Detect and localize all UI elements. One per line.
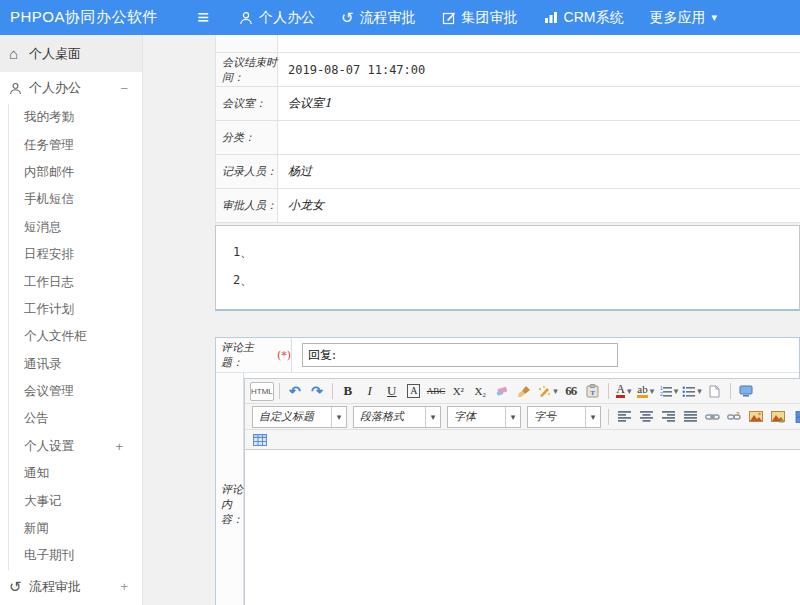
sidebar-item-personal-desktop[interactable]: ⌂ 个人桌面 — [0, 35, 142, 72]
custom-heading-dropdown[interactable]: 自定义标题 ▾ — [252, 406, 347, 428]
comment-content-label: 评论内容： — [216, 373, 244, 605]
sidebar-item-meeting-management[interactable]: 会议管理 — [9, 378, 142, 405]
home-icon: ⌂ — [9, 45, 29, 62]
dropdown-value: 自定义标题 — [253, 409, 331, 424]
redo-icon[interactable]: ↷ — [307, 382, 327, 401]
sidebar-item-label: 大事记 — [24, 493, 62, 510]
new-page-icon[interactable] — [705, 382, 725, 401]
sidebar-item-workflow-approval[interactable]: ↺ 流程审批 + — [0, 572, 142, 602]
align-justify-icon[interactable] — [680, 407, 700, 426]
expand-plus-icon[interactable]: + — [115, 439, 123, 454]
rich-text-editor: HTML ↶ ↷ B I U A ABC X² X₂ — [244, 378, 800, 605]
dropdown-value: 字体 — [448, 409, 505, 424]
sidebar-item-task-management[interactable]: 任务管理 — [9, 131, 142, 158]
remove-link-icon[interactable]: ? — [724, 407, 744, 426]
editor-toolbar-row2: 自定义标题 ▾ 段落格式 ▾ 字体 ▾ 字号 ▾ — [245, 404, 800, 430]
sidebar-item-personal-files[interactable]: 个人文件柜 — [9, 323, 142, 350]
nav-item-crm[interactable]: CRM系统 — [544, 9, 624, 27]
main-content: 会议结束时间： 2019-08-07 11:47:00 会议室： 会议室1 分类… — [143, 35, 800, 605]
style-pen-icon[interactable]: ▾ — [536, 382, 559, 401]
sidebar-item-work-diary[interactable]: 工作日志 — [9, 268, 142, 295]
underline-button[interactable]: U — [382, 382, 402, 401]
insert-image-icon[interactable] — [746, 407, 766, 426]
nav-item-label: CRM系统 — [564, 9, 624, 27]
sidebar-item-contacts[interactable]: 通讯录 — [9, 351, 142, 378]
hamburger-menu-icon[interactable]: ≡ — [185, 6, 221, 29]
required-mark: (*) — [277, 349, 291, 362]
sidebar-item-schedule[interactable]: 日程安排 — [9, 241, 142, 268]
nav-item-workflow-approval[interactable]: ↺ 流程审批 — [341, 9, 416, 27]
caret-down-icon: ▾ — [553, 386, 558, 396]
eraser-icon[interactable] — [492, 382, 512, 401]
collapse-minus-icon[interactable]: − — [120, 81, 128, 96]
nav-item-personal-office[interactable]: 个人办公 — [239, 9, 315, 27]
page-break-icon[interactable] — [790, 407, 800, 426]
italic-button[interactable]: I — [360, 382, 380, 401]
sidebar-item-personal-settings[interactable]: 个人设置+ — [9, 433, 142, 460]
table-row-category: 分类： — [216, 121, 800, 155]
sidebar-item-announcement[interactable]: 公告 — [9, 405, 142, 432]
sidebar-item-major-events[interactable]: 大事记 — [9, 487, 142, 514]
table-row-approver: 审批人员： 小龙女 — [216, 189, 800, 223]
sidebar-item-internal-mail[interactable]: 内部邮件 — [9, 159, 142, 186]
nav-item-label: 个人办公 — [259, 9, 315, 27]
sidebar-item-label: 短消息 — [24, 219, 62, 236]
sidebar-item-label: 手机短信 — [24, 191, 74, 208]
comment-subject-row: 评论主题： (*) — [216, 338, 799, 373]
highlight-color-button[interactable]: ab ▾ — [636, 382, 656, 401]
undo-icon[interactable]: ↶ — [285, 382, 305, 401]
sidebar-item-work-plan[interactable]: 工作计划 — [9, 296, 142, 323]
nav-item-more-apps[interactable]: 更多应用 ▾ — [649, 9, 717, 27]
align-left-icon[interactable] — [614, 407, 634, 426]
paste-text-icon[interactable]: T — [583, 382, 603, 401]
sidebar-item-label: 电子期刊 — [24, 547, 74, 564]
sidebar-item-label: 个人文件柜 — [24, 328, 87, 345]
nav-item-label: 流程审批 — [360, 9, 416, 27]
align-right-icon[interactable] — [658, 407, 678, 426]
sidebar-item-short-message[interactable]: 短消息 — [9, 214, 142, 241]
sidebar-item-personal-office[interactable]: 个人办公 − — [0, 72, 142, 104]
sidebar-item-my-attendance[interactable]: 我的考勤 — [9, 104, 142, 131]
bold-button[interactable]: B — [338, 382, 358, 401]
sidebar-item-label: 通讯录 — [24, 356, 62, 373]
toolbar-separator — [279, 383, 280, 399]
blockquote-button[interactable]: 66 — [561, 382, 581, 401]
align-center-icon[interactable] — [636, 407, 656, 426]
caret-down-icon: ▾ — [505, 407, 520, 427]
superscript-button[interactable]: X² — [448, 382, 468, 401]
table-row-recorder: 记录人员： 杨过 — [216, 155, 800, 189]
sidebar-item-mobile-sms[interactable]: 手机短信 — [9, 186, 142, 213]
chart-icon — [544, 11, 558, 24]
app-title: PHPOA协同办公软件 — [0, 8, 185, 27]
strikethrough-button[interactable]: ABC — [426, 382, 447, 401]
navbar-menu: 个人办公 ↺ 流程审批 集团审批 CRM系统 更多应用 ▾ — [239, 9, 743, 27]
sidebar-item-notice[interactable]: 通知 — [9, 460, 142, 487]
font-color-button[interactable]: A ▾ — [614, 382, 634, 401]
sidebar-item-news[interactable]: 新闻 — [9, 515, 142, 542]
insert-table-icon[interactable] — [250, 430, 270, 449]
format-brush-icon[interactable] — [514, 382, 534, 401]
highlight-color-icon: ab — [637, 384, 647, 398]
insert-media-icon[interactable] — [768, 407, 788, 426]
font-family-dropdown[interactable]: 字体 ▾ — [447, 406, 521, 428]
nav-item-group-approval[interactable]: 集团审批 — [442, 9, 518, 27]
sidebar-item-label: 任务管理 — [24, 137, 74, 154]
font-size-dropdown[interactable]: 字号 ▾ — [527, 406, 601, 428]
row-value: 杨过 — [278, 155, 800, 188]
expand-plus-icon[interactable]: + — [120, 579, 128, 594]
fullscreen-icon[interactable] — [736, 382, 756, 401]
font-style-icon[interactable]: A — [407, 384, 420, 398]
unordered-list-button[interactable]: ▾ — [681, 382, 703, 401]
sidebar-item-e-journal[interactable]: 电子期刊 — [9, 542, 142, 569]
html-source-button[interactable]: HTML — [250, 382, 274, 401]
paragraph-format-dropdown[interactable]: 段落格式 ▾ — [353, 406, 441, 428]
meeting-content-box: 1、 2、 — [215, 225, 800, 311]
sidebar-item-label: 工作计划 — [24, 301, 74, 318]
subscript-button[interactable]: X₂ — [470, 382, 490, 401]
comment-subject-input[interactable] — [302, 343, 618, 367]
editor-content-area[interactable] — [245, 450, 800, 605]
caret-down-icon: ▾ — [650, 386, 655, 396]
ordered-list-button[interactable]: 12 ▾ — [658, 382, 680, 401]
sidebar-item-label: 个人桌面 — [29, 45, 81, 63]
insert-link-icon[interactable] — [702, 407, 722, 426]
